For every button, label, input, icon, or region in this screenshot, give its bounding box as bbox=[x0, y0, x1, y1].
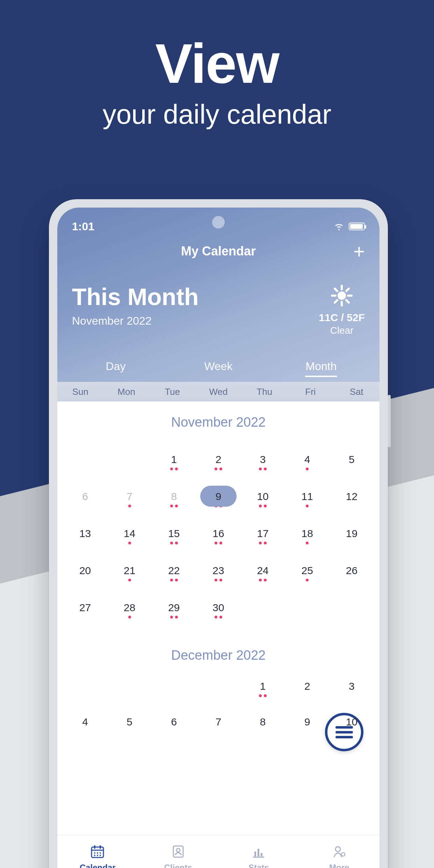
event-dot bbox=[264, 579, 267, 581]
month-grid: 1234567891011121314151617181920212223242… bbox=[57, 433, 379, 635]
day-number: 7 bbox=[126, 491, 132, 502]
day-cell[interactable]: 16 bbox=[196, 528, 240, 554]
event-dots bbox=[170, 505, 178, 507]
day-cell[interactable]: 12 bbox=[330, 491, 374, 516]
day-cell[interactable]: 11 bbox=[285, 491, 330, 516]
day-cell[interactable]: 3 bbox=[330, 680, 374, 706]
day-cell[interactable]: 25 bbox=[285, 565, 330, 591]
day-cell[interactable]: 26 bbox=[330, 565, 374, 591]
day-cell[interactable]: 6 bbox=[63, 491, 107, 516]
day-cell[interactable]: 9 bbox=[285, 716, 330, 742]
event-dots bbox=[259, 694, 267, 697]
day-number: 28 bbox=[124, 602, 135, 614]
weekday-header: SunMonTueWedThuFriSat bbox=[57, 382, 379, 402]
day-cell[interactable]: 2 bbox=[196, 454, 240, 479]
event-dot bbox=[175, 616, 178, 619]
day-cell[interactable]: 8 bbox=[241, 716, 285, 742]
day-number: 20 bbox=[79, 565, 91, 577]
day-number: 24 bbox=[257, 565, 268, 577]
day-cell[interactable]: 2 bbox=[285, 680, 330, 706]
nav-label: Clients bbox=[164, 863, 192, 868]
day-cell[interactable]: 28 bbox=[107, 602, 152, 628]
day-cell[interactable]: 27 bbox=[63, 602, 107, 628]
day-cell[interactable]: 23 bbox=[196, 565, 240, 591]
nav-item-stats[interactable]: Stats bbox=[218, 836, 299, 868]
nav-item-clients[interactable]: Clients bbox=[138, 836, 219, 868]
view-tab-month[interactable]: Month bbox=[270, 357, 372, 377]
svg-rect-23 bbox=[258, 849, 259, 856]
day-number: 29 bbox=[168, 602, 180, 614]
add-button[interactable]: + bbox=[353, 242, 365, 261]
day-cell[interactable]: 1 bbox=[152, 454, 196, 479]
weather-condition: Clear bbox=[319, 325, 365, 336]
day-cell[interactable]: 4 bbox=[285, 454, 330, 479]
day-cell[interactable]: 19 bbox=[330, 528, 374, 554]
event-dots bbox=[215, 542, 222, 544]
phone-frame: 1:01 My Calendar + This Month bbox=[49, 199, 388, 868]
day-cell[interactable]: 10 bbox=[241, 491, 285, 516]
day-number: 23 bbox=[212, 565, 224, 577]
day-cell[interactable]: 22 bbox=[152, 565, 196, 591]
event-dot bbox=[170, 468, 173, 470]
day-cell[interactable]: 18 bbox=[285, 528, 330, 554]
nav-item-more[interactable]: More bbox=[299, 836, 380, 868]
svg-point-18 bbox=[100, 855, 101, 856]
day-number: 8 bbox=[260, 716, 266, 728]
day-cell[interactable]: 8 bbox=[152, 491, 196, 516]
day-cell[interactable]: 17 bbox=[241, 528, 285, 554]
menu-fab[interactable] bbox=[325, 713, 363, 751]
day-cell[interactable]: 21 bbox=[107, 565, 152, 591]
promo-title: View bbox=[0, 31, 434, 96]
event-dot bbox=[264, 694, 267, 697]
event-dot bbox=[175, 468, 178, 470]
day-blank bbox=[107, 454, 152, 479]
event-dots bbox=[259, 468, 267, 470]
svg-point-0 bbox=[338, 291, 346, 300]
svg-point-14 bbox=[97, 852, 98, 854]
title-bar: My Calendar + bbox=[57, 236, 379, 262]
more-icon bbox=[332, 844, 347, 861]
svg-line-6 bbox=[346, 300, 349, 303]
day-number: 14 bbox=[124, 528, 135, 540]
day-cell[interactable]: 5 bbox=[107, 716, 152, 742]
view-tab-week[interactable]: Week bbox=[167, 357, 270, 377]
day-cell[interactable]: 3 bbox=[241, 454, 285, 479]
day-number: 13 bbox=[79, 528, 91, 540]
event-dots bbox=[306, 468, 309, 470]
event-dot bbox=[259, 505, 262, 507]
day-number: 18 bbox=[302, 528, 313, 540]
day-cell[interactable]: 14 bbox=[107, 528, 152, 554]
day-cell[interactable]: 1 bbox=[241, 680, 285, 706]
day-number: 30 bbox=[212, 602, 224, 614]
hero-subtitle: November 2022 bbox=[72, 314, 199, 327]
day-number: 15 bbox=[168, 528, 180, 540]
day-cell[interactable]: 9 bbox=[196, 491, 240, 516]
screen-title: My Calendar bbox=[181, 244, 256, 259]
day-cell[interactable]: 15 bbox=[152, 528, 196, 554]
svg-point-25 bbox=[335, 847, 340, 852]
day-number: 19 bbox=[346, 528, 357, 540]
day-cell[interactable]: 4 bbox=[63, 716, 107, 742]
calendar-body[interactable]: November 2022123456789101112131415161718… bbox=[57, 402, 379, 868]
event-dot bbox=[259, 468, 262, 470]
day-cell[interactable]: 20 bbox=[63, 565, 107, 591]
day-cell[interactable]: 7 bbox=[196, 716, 240, 742]
day-number: 26 bbox=[346, 565, 357, 577]
event-dot bbox=[215, 542, 217, 544]
day-blank bbox=[107, 680, 152, 706]
svg-point-13 bbox=[94, 852, 95, 854]
day-cell[interactable]: 6 bbox=[152, 716, 196, 742]
day-cell[interactable]: 13 bbox=[63, 528, 107, 554]
day-cell[interactable]: 5 bbox=[330, 454, 374, 479]
day-cell[interactable]: 24 bbox=[241, 565, 285, 591]
event-dot bbox=[175, 505, 178, 507]
day-number: 4 bbox=[304, 454, 310, 465]
sun-icon bbox=[319, 284, 365, 312]
event-dot bbox=[306, 542, 309, 544]
view-tab-day[interactable]: Day bbox=[64, 357, 167, 377]
day-cell[interactable]: 7 bbox=[107, 491, 152, 516]
event-dot bbox=[128, 579, 131, 581]
day-cell[interactable]: 30 bbox=[196, 602, 240, 628]
day-cell[interactable]: 29 bbox=[152, 602, 196, 628]
nav-item-calendar[interactable]: Calendar bbox=[57, 836, 138, 868]
